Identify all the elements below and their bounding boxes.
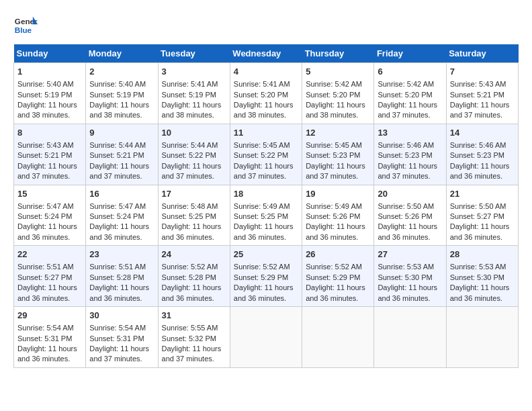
day-number: 7 xyxy=(450,66,515,78)
day-number: 9 xyxy=(89,127,154,139)
sunset-text: Sunset: 5:23 PM xyxy=(378,151,432,159)
sunset-text: Sunset: 5:19 PM xyxy=(17,91,72,99)
calendar-week-row: 8Sunrise: 5:43 AMSunset: 5:21 PMDaylight… xyxy=(14,124,519,185)
day-number: 5 xyxy=(306,66,370,78)
day-number: 30 xyxy=(89,310,154,322)
sunset-text: Sunset: 5:32 PM xyxy=(162,334,216,342)
sunrise-text: Sunrise: 5:41 AM xyxy=(162,80,218,88)
page-header: General Blue xyxy=(13,13,519,38)
calendar-table: SundayMondayTuesdayWednesdayThursdayFrid… xyxy=(13,44,519,368)
sunset-text: Sunset: 5:20 PM xyxy=(306,91,360,99)
sunrise-text: Sunrise: 5:53 AM xyxy=(450,263,506,271)
daylight-text: Daylight: 11 hours and 36 minutes. xyxy=(17,222,77,240)
sunset-text: Sunset: 5:20 PM xyxy=(234,91,288,99)
sunrise-text: Sunrise: 5:45 AM xyxy=(234,141,290,149)
sunrise-text: Sunrise: 5:40 AM xyxy=(89,80,146,88)
day-number: 4 xyxy=(234,66,298,78)
sunrise-text: Sunrise: 5:48 AM xyxy=(162,202,218,210)
sunset-text: Sunset: 5:29 PM xyxy=(234,273,288,281)
calendar-cell: 29Sunrise: 5:54 AMSunset: 5:31 PMDayligh… xyxy=(14,307,86,368)
calendar-cell: 5Sunrise: 5:42 AMSunset: 5:20 PMDaylight… xyxy=(302,63,374,124)
daylight-text: Daylight: 11 hours and 38 minutes. xyxy=(89,101,149,119)
calendar-cell: 2Sunrise: 5:40 AMSunset: 5:19 PMDaylight… xyxy=(86,63,158,124)
calendar-cell xyxy=(230,307,302,368)
sunrise-text: Sunrise: 5:46 AM xyxy=(450,141,506,149)
calendar-cell: 10Sunrise: 5:44 AMSunset: 5:22 PMDayligh… xyxy=(158,124,230,185)
sunset-text: Sunset: 5:22 PM xyxy=(234,151,288,159)
calendar-cell: 9Sunrise: 5:44 AMSunset: 5:21 PMDaylight… xyxy=(86,124,158,185)
sunrise-text: Sunrise: 5:54 AM xyxy=(89,324,146,332)
calendar-cell: 11Sunrise: 5:45 AMSunset: 5:22 PMDayligh… xyxy=(230,124,302,185)
calendar-cell: 14Sunrise: 5:46 AMSunset: 5:23 PMDayligh… xyxy=(446,124,518,185)
sunset-text: Sunset: 5:24 PM xyxy=(17,212,72,220)
day-number: 27 xyxy=(378,248,442,261)
calendar-cell: 17Sunrise: 5:48 AMSunset: 5:25 PMDayligh… xyxy=(158,185,230,246)
sunset-text: Sunset: 5:26 PM xyxy=(378,212,432,220)
sunset-text: Sunset: 5:23 PM xyxy=(450,151,504,159)
sunset-text: Sunset: 5:21 PM xyxy=(17,151,72,159)
daylight-text: Daylight: 11 hours and 36 minutes. xyxy=(17,283,77,302)
sunset-text: Sunset: 5:27 PM xyxy=(450,212,504,220)
calendar-week-row: 29Sunrise: 5:54 AMSunset: 5:31 PMDayligh… xyxy=(14,307,519,368)
logo-icon: General Blue xyxy=(13,13,38,38)
calendar-cell: 23Sunrise: 5:51 AMSunset: 5:28 PMDayligh… xyxy=(86,246,158,307)
sunset-text: Sunset: 5:30 PM xyxy=(450,273,504,281)
sunset-text: Sunset: 5:30 PM xyxy=(378,273,432,281)
sunset-text: Sunset: 5:28 PM xyxy=(162,273,216,281)
day-number: 26 xyxy=(306,248,370,261)
day-number: 16 xyxy=(89,188,154,200)
sunset-text: Sunset: 5:28 PM xyxy=(89,273,144,281)
calendar-cell: 13Sunrise: 5:46 AMSunset: 5:23 PMDayligh… xyxy=(374,124,446,185)
daylight-text: Daylight: 11 hours and 38 minutes. xyxy=(162,101,222,119)
calendar-cell: 26Sunrise: 5:52 AMSunset: 5:29 PMDayligh… xyxy=(302,246,374,307)
day-number: 14 xyxy=(450,127,515,139)
daylight-text: Daylight: 11 hours and 36 minutes. xyxy=(234,222,294,240)
sunset-text: Sunset: 5:31 PM xyxy=(17,334,72,342)
sunrise-text: Sunrise: 5:52 AM xyxy=(162,263,218,271)
daylight-text: Daylight: 11 hours and 36 minutes. xyxy=(450,222,510,240)
day-number: 2 xyxy=(89,66,154,78)
sunrise-text: Sunrise: 5:50 AM xyxy=(450,202,506,210)
calendar-week-row: 15Sunrise: 5:47 AMSunset: 5:24 PMDayligh… xyxy=(14,185,519,246)
sunset-text: Sunset: 5:31 PM xyxy=(89,334,144,342)
daylight-text: Daylight: 11 hours and 36 minutes. xyxy=(378,283,437,302)
calendar-cell xyxy=(374,307,446,368)
calendar-cell: 27Sunrise: 5:53 AMSunset: 5:30 PMDayligh… xyxy=(374,246,446,307)
day-number: 23 xyxy=(89,248,154,261)
sunrise-text: Sunrise: 5:41 AM xyxy=(234,80,290,88)
day-number: 15 xyxy=(17,188,82,200)
daylight-text: Daylight: 11 hours and 37 minutes. xyxy=(17,162,77,180)
calendar-cell: 31Sunrise: 5:55 AMSunset: 5:32 PMDayligh… xyxy=(158,307,230,368)
day-number: 24 xyxy=(162,248,226,261)
daylight-text: Daylight: 11 hours and 36 minutes. xyxy=(17,345,77,363)
calendar-cell: 30Sunrise: 5:54 AMSunset: 5:31 PMDayligh… xyxy=(86,307,158,368)
daylight-text: Daylight: 11 hours and 36 minutes. xyxy=(234,283,294,302)
calendar-cell: 19Sunrise: 5:49 AMSunset: 5:26 PMDayligh… xyxy=(302,185,374,246)
daylight-text: Daylight: 11 hours and 37 minutes. xyxy=(234,162,294,180)
daylight-text: Daylight: 11 hours and 36 minutes. xyxy=(89,222,149,240)
sunrise-text: Sunrise: 5:42 AM xyxy=(306,80,362,88)
sunset-text: Sunset: 5:21 PM xyxy=(450,91,504,99)
sunrise-text: Sunrise: 5:46 AM xyxy=(378,141,434,149)
sunset-text: Sunset: 5:19 PM xyxy=(89,91,144,99)
day-number: 13 xyxy=(378,127,442,139)
daylight-text: Daylight: 11 hours and 37 minutes. xyxy=(162,162,222,180)
column-header-sunday: Sunday xyxy=(14,44,86,63)
sunrise-text: Sunrise: 5:42 AM xyxy=(378,80,434,88)
sunrise-text: Sunrise: 5:52 AM xyxy=(234,263,290,271)
logo: General Blue xyxy=(13,13,38,38)
calendar-cell: 4Sunrise: 5:41 AMSunset: 5:20 PMDaylight… xyxy=(230,63,302,124)
daylight-text: Daylight: 11 hours and 37 minutes. xyxy=(89,345,149,363)
daylight-text: Daylight: 11 hours and 37 minutes. xyxy=(162,345,222,363)
column-header-friday: Friday xyxy=(374,44,446,63)
sunset-text: Sunset: 5:20 PM xyxy=(378,91,432,99)
day-number: 21 xyxy=(450,188,515,200)
day-number: 22 xyxy=(17,248,82,261)
day-number: 8 xyxy=(17,127,82,139)
day-number: 1 xyxy=(17,66,82,78)
daylight-text: Daylight: 11 hours and 37 minutes. xyxy=(378,162,437,180)
sunrise-text: Sunrise: 5:44 AM xyxy=(89,141,146,149)
daylight-text: Daylight: 11 hours and 36 minutes. xyxy=(162,283,222,302)
sunrise-text: Sunrise: 5:55 AM xyxy=(162,324,218,332)
sunrise-text: Sunrise: 5:52 AM xyxy=(306,263,362,271)
